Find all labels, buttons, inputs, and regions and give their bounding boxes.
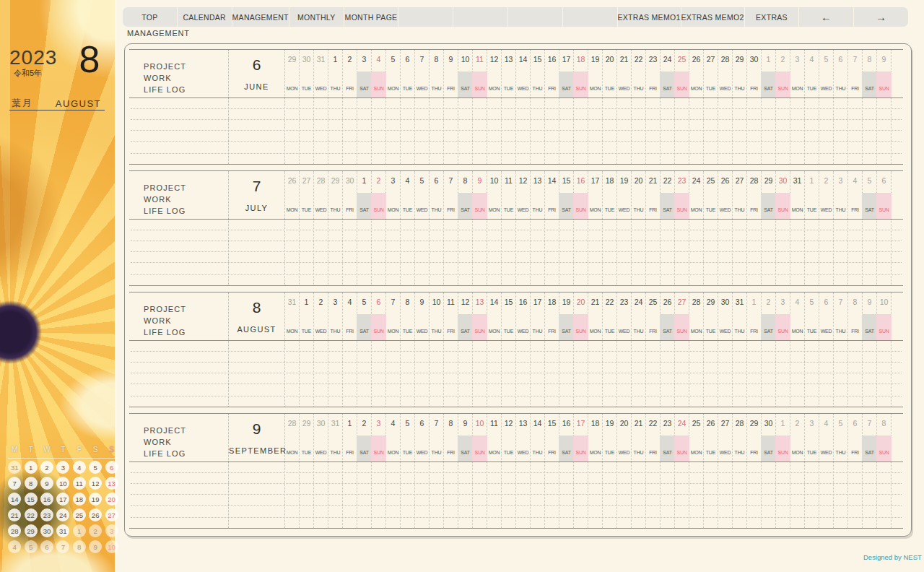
day-column[interactable]: 5WED [415, 171, 430, 285]
day-column[interactable]: 4FRI [848, 171, 863, 285]
day-column[interactable]: 17SUN [574, 414, 588, 528]
day-column[interactable]: 18TUE [603, 171, 617, 285]
day-column[interactable]: 18FRI [545, 292, 559, 407]
day-column[interactable]: 28WED [314, 171, 328, 285]
day-column[interactable]: 9SAT [458, 414, 473, 528]
mini-cal-day[interactable]: 23 [40, 508, 53, 521]
day-column[interactable]: 21FRI [646, 171, 661, 285]
day-column[interactable]: 8TUE [401, 292, 415, 407]
day-column[interactable]: 9SUN [877, 50, 892, 164]
day-column[interactable]: 31MON [790, 171, 805, 285]
nav-tab-empty-3[interactable] [508, 7, 562, 27]
nav-tab-empty-1[interactable] [398, 7, 453, 27]
day-column[interactable]: 30SAT [762, 414, 776, 528]
day-column[interactable]: 5TUE [401, 414, 415, 528]
nav-tab-month-page[interactable]: MONTH PAGE [344, 7, 398, 27]
mini-cal-day[interactable]: 26 [89, 508, 102, 521]
mini-cal-day[interactable]: 9 [40, 477, 53, 490]
day-column[interactable]: 25MON [689, 414, 704, 528]
day-column[interactable]: 29THU [733, 50, 747, 164]
day-column[interactable]: 15FRI [545, 414, 559, 528]
mini-cal-day[interactable]: 29 [25, 524, 38, 537]
day-column[interactable]: 7FRI [848, 50, 863, 164]
day-column[interactable]: 26SAT [661, 292, 675, 407]
day-column[interactable]: 7MON [386, 292, 401, 407]
day-column[interactable]: 17MON [588, 171, 603, 285]
day-column[interactable]: 23SAT [661, 414, 675, 528]
day-column[interactable]: 13TUE [502, 50, 516, 164]
day-column[interactable]: 2FRI [343, 50, 357, 164]
mini-cal-day[interactable]: 30 [40, 524, 53, 537]
day-column[interactable]: 22FRI [646, 414, 661, 528]
day-column[interactable]: 26WED [718, 171, 733, 285]
day-column[interactable]: 29FRI [747, 414, 762, 528]
day-column[interactable]: 1THU [328, 50, 343, 164]
mini-cal-day[interactable]: 2 [89, 524, 102, 537]
mini-cal-day[interactable]: 24 [56, 508, 69, 521]
mini-cal-day[interactable]: 7 [56, 540, 69, 553]
mini-cal-day[interactable]: 1 [25, 461, 38, 474]
day-column[interactable]: 27SUN [675, 292, 689, 407]
day-column[interactable]: 10SUN [877, 292, 892, 407]
mini-cal-day[interactable]: 18 [73, 493, 86, 506]
day-column[interactable]: 6SUN [372, 292, 386, 407]
mini-cal-day[interactable]: 7 [8, 477, 21, 490]
mini-cal-day[interactable]: 21 [8, 508, 21, 521]
day-column[interactable]: 26MON [285, 171, 300, 285]
day-column[interactable]: 18SUN [574, 50, 588, 164]
day-column[interactable]: 1FRI [747, 292, 762, 407]
day-column[interactable]: 5SAT [357, 292, 372, 407]
day-column[interactable]: 16SAT [559, 414, 574, 528]
nav-tab-top[interactable]: TOP [123, 7, 177, 27]
day-column[interactable]: 29MON [285, 50, 300, 164]
day-column[interactable]: 30WED [718, 292, 733, 407]
day-column[interactable]: 31THU [733, 292, 747, 407]
mini-cal-day[interactable]: 22 [25, 508, 38, 521]
nav-tab-calendar[interactable]: CALENDAR [178, 7, 232, 27]
day-column[interactable]: 3THU [328, 292, 343, 407]
day-column[interactable]: 1SUN [776, 414, 790, 528]
day-column[interactable]: 4FRI [343, 292, 357, 407]
mini-cal-day[interactable]: 3 [105, 524, 118, 537]
nav-tab-empty-4[interactable] [563, 7, 617, 27]
day-column[interactable]: 8THU [430, 50, 444, 164]
day-column[interactable]: 8SUN [877, 414, 892, 528]
day-column[interactable]: 16WED [516, 292, 531, 407]
nav-tab-management[interactable]: MANAGEMENT [232, 7, 289, 27]
day-column[interactable]: 3SAT [357, 50, 372, 164]
nav-tab-prev[interactable]: ← [799, 7, 853, 27]
day-column[interactable]: 20SUN [574, 292, 588, 407]
day-column[interactable]: 12WED [516, 171, 531, 285]
day-column[interactable]: 10MON [487, 171, 502, 285]
nav-tab-empty-2[interactable] [453, 7, 507, 27]
day-column[interactable]: 3TUE [805, 414, 819, 528]
day-column[interactable]: 31THU [328, 414, 343, 528]
day-column[interactable]: 27TUE [300, 171, 314, 285]
mini-cal-day[interactable]: 9 [89, 540, 102, 553]
day-column[interactable]: 11TUE [502, 171, 516, 285]
day-column[interactable]: 1SAT [762, 50, 776, 164]
day-column[interactable]: 13WED [516, 414, 531, 528]
day-column[interactable]: 24MON [689, 171, 704, 285]
day-column[interactable]: 4MON [790, 292, 805, 407]
mini-cal-day[interactable]: 2 [40, 461, 53, 474]
day-column[interactable]: 6SUN [877, 171, 892, 285]
day-column[interactable]: 22THU [632, 50, 646, 164]
nav-tab-extras[interactable]: EXTRAS [745, 7, 799, 27]
day-column[interactable]: 20WED [617, 414, 632, 528]
mini-cal-day[interactable]: 31 [8, 461, 21, 474]
day-column[interactable]: 11SUN [473, 50, 487, 164]
day-column[interactable]: 14MON [487, 292, 502, 407]
day-column[interactable]: 19WED [617, 171, 632, 285]
day-column[interactable]: 10THU [430, 292, 444, 407]
day-column[interactable]: 21MON [588, 292, 603, 407]
day-column[interactable]: 27TUE [704, 50, 718, 164]
mini-cal-day[interactable]: 10 [105, 540, 118, 553]
day-column[interactable]: 4WED [819, 414, 834, 528]
day-column[interactable]: 1TUE [300, 292, 314, 407]
day-column[interactable]: 12TUE [502, 414, 516, 528]
day-column[interactable]: 19TUE [603, 414, 617, 528]
mini-cal-day[interactable]: 19 [89, 493, 102, 506]
day-column[interactable]: 11FRI [444, 292, 458, 407]
nav-tab-extras-memo1[interactable]: EXTRAS MEMO1 [618, 7, 681, 27]
